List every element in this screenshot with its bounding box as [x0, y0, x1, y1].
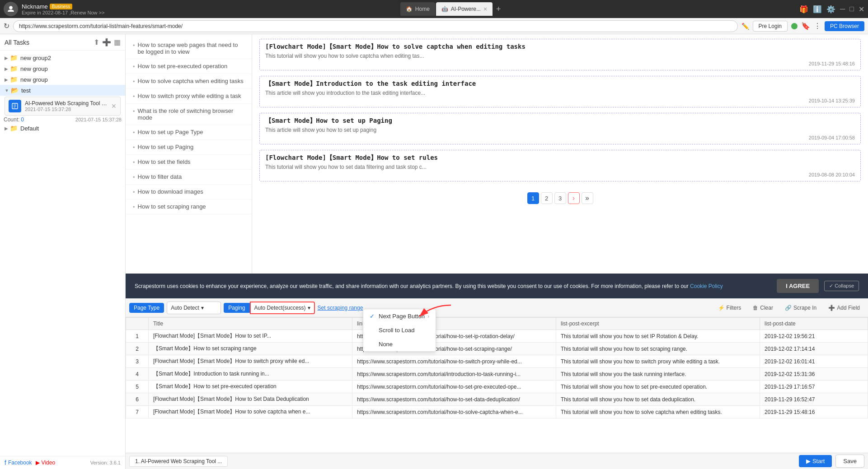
- start-button[interactable]: ▶ Start: [799, 455, 832, 467]
- tree-item-group2[interactable]: ▶ 📁 new group2: [0, 52, 125, 63]
- add-field-icon: ➕: [828, 305, 835, 311]
- edit-url-icon[interactable]: ✏️: [741, 23, 749, 30]
- cookie-policy-link[interactable]: Cookie Policy: [690, 283, 723, 289]
- folder-icon: 📁: [10, 125, 18, 132]
- agree-button[interactable]: I AGREE: [777, 279, 819, 293]
- svg-point-0: [9, 6, 13, 9]
- more-icon[interactable]: ⋮: [814, 22, 821, 30]
- page-2-button[interactable]: 2: [541, 192, 553, 204]
- tutorial-item-1[interactable]: How to set pre-executed operation: [126, 59, 252, 74]
- data-table: Title link list-post-excerpt list-post-d…: [126, 317, 868, 453]
- tutorial-nav: How to scrape web pages that need to be …: [126, 34, 252, 274]
- row-num: 1: [126, 330, 149, 343]
- expire-label[interactable]: Expire in 2022-08-17 ,Renew Now >>: [22, 10, 104, 15]
- tutorial-item-7[interactable]: How to set the fields: [126, 155, 252, 170]
- import-icon[interactable]: ⬆: [94, 38, 99, 46]
- row-date: 2019-11-29 16:52:47: [760, 393, 868, 406]
- task-close-button[interactable]: ✕: [111, 102, 117, 110]
- pre-login-button[interactable]: Pre Login: [753, 21, 788, 32]
- save-button[interactable]: Save: [835, 455, 864, 468]
- auto-detect-select[interactable]: Auto Detect ▾: [167, 302, 221, 314]
- tab-home[interactable]: 🏠 Home: [400, 2, 435, 16]
- scrape-icon: 🔗: [785, 305, 792, 311]
- row-link[interactable]: https://www.scrapestorm.com/tutorial/how…: [352, 393, 556, 406]
- tutorial-content: [Flowchart Mode]【Smart Mode】How to solve…: [252, 34, 868, 274]
- arrow-icon: ›: [427, 313, 429, 320]
- dropdown-item-none[interactable]: ✓ None: [363, 337, 436, 351]
- grid-icon[interactable]: ▦: [114, 38, 121, 46]
- scraping-toolbar: Page Type Auto Detect ▾ Paging Auto Dete…: [126, 298, 868, 317]
- video-link[interactable]: ▶ Video: [36, 460, 55, 466]
- pc-browser-button[interactable]: PC Browser: [825, 21, 864, 31]
- all-tasks-label[interactable]: All Tasks: [5, 39, 29, 46]
- tutorial-item-8[interactable]: How to filter data: [126, 170, 252, 185]
- tutorial-item-10[interactable]: How to set scraping range: [126, 200, 252, 214]
- tree-item-test[interactable]: ▼ 📂 test: [0, 85, 125, 96]
- tab-active[interactable]: 🤖 AI-Powere... ×: [436, 2, 493, 16]
- row-num: 5: [126, 381, 149, 393]
- next-page-button[interactable]: ›: [568, 192, 580, 204]
- card-desc-3: This tutorial will show you how to set d…: [265, 164, 855, 170]
- tree-item-group3[interactable]: ▶ 📁 new group: [0, 74, 125, 85]
- tutorial-item-4[interactable]: What is the role of switching browser mo…: [126, 104, 252, 125]
- scrape-in-button[interactable]: 🔗 Scrape In: [780, 303, 821, 313]
- row-link[interactable]: https://www.scrapestorm.com/tutorial/how…: [352, 355, 556, 368]
- dropdown-item-scroll[interactable]: ✓ Scroll to Load: [363, 323, 436, 337]
- minimize-icon[interactable]: ─: [840, 5, 845, 13]
- tutorial-card-0[interactable]: [Flowchart Mode]【Smart Mode】How to solve…: [259, 39, 861, 70]
- group1-label: new group: [20, 65, 48, 72]
- auto-detect-success-select[interactable]: Auto Detect(success) ▾: [250, 302, 315, 314]
- row-link[interactable]: https://www.scrapestorm.com/tutorial/how…: [352, 406, 556, 418]
- task-item[interactable]: AI-Powered Web Scraping Tool &-Scraping …: [5, 97, 121, 116]
- set-scraping-range-link[interactable]: Set scraping range: [318, 305, 363, 311]
- username: Nickname: [22, 3, 48, 10]
- title-bar: Nickname Business Expire in 2022-08-17 ,…: [0, 0, 868, 18]
- count-label: Count:: [4, 116, 19, 123]
- settings-icon[interactable]: ⚙️: [826, 5, 835, 14]
- dropdown-item-next-page[interactable]: ✓ Next Page Button ›: [363, 309, 436, 323]
- maximize-icon[interactable]: □: [849, 5, 854, 13]
- tab-add-button[interactable]: +: [493, 5, 504, 14]
- page-1-button[interactable]: 1: [527, 192, 539, 204]
- tutorial-card-2[interactable]: 【Smart Mode】How to set up Paging This ar…: [259, 113, 861, 144]
- tutorial-item-6[interactable]: How to set up Paging: [126, 140, 252, 155]
- last-page-button[interactable]: »: [582, 192, 593, 204]
- gift-icon[interactable]: 🎁: [799, 5, 808, 14]
- default-label: Default: [20, 125, 39, 132]
- tab-close-button[interactable]: ×: [483, 5, 487, 13]
- row-link[interactable]: https://www.scrapestorm.com/tutorial/int…: [352, 368, 556, 381]
- tutorial-item-2[interactable]: How to solve captcha when editing tasks: [126, 74, 252, 89]
- tutorial-card-3[interactable]: [Flowchart Mode]【Smart Mode】How to set r…: [259, 150, 861, 181]
- clear-button[interactable]: 🗑 Clear: [748, 303, 778, 313]
- tutorial-item-3[interactable]: How to switch proxy while editing a task: [126, 89, 252, 104]
- filters-button[interactable]: ⚡ Filters: [713, 303, 746, 313]
- facebook-label: Facebook: [8, 460, 32, 466]
- bookmark-icon[interactable]: 🔖: [801, 22, 810, 30]
- version-label: Version: 3.6.1: [90, 460, 121, 465]
- page-3-button[interactable]: 3: [554, 192, 566, 204]
- table-row: 5 【Smart Mode】How to set pre-executed op…: [126, 381, 868, 393]
- tutorial-item-0[interactable]: How to scrape web pages that need to be …: [126, 38, 252, 59]
- task-tab[interactable]: 1. AI-Powered Web Scraping Tool ...: [129, 456, 228, 467]
- facebook-link[interactable]: f Facebook: [5, 459, 32, 466]
- paging-button[interactable]: Paging: [224, 303, 249, 313]
- tutorial-item-5[interactable]: How to set up Page Type: [126, 125, 252, 140]
- add-icon[interactable]: ➕: [102, 38, 111, 46]
- table-row: 1 [Flowchart Mode]【Smart Mode】How to set…: [126, 330, 868, 343]
- row-link[interactable]: https://www.scrapestorm.com/tutorial/how…: [352, 381, 556, 393]
- tree-item-group1[interactable]: ▶ 📁 new group: [0, 63, 125, 74]
- add-field-button[interactable]: ➕ Add Field: [824, 303, 864, 313]
- close-icon[interactable]: ✕: [859, 5, 864, 14]
- window-icons: 🎁 ℹ️ ⚙️ ─ □ ✕: [799, 5, 864, 14]
- tutorial-item-9[interactable]: How to download images: [126, 185, 252, 200]
- col-num: [126, 318, 149, 330]
- refresh-button[interactable]: ↻: [4, 22, 9, 30]
- tutorial-card-1[interactable]: 【Smart Mode】Introduction to the task edi…: [259, 76, 861, 107]
- address-input[interactable]: [13, 20, 738, 32]
- task-title: AI-Powered Web Scraping Tool &-Scraping: [25, 100, 108, 107]
- collapse-button[interactable]: ✓ Collapse: [824, 281, 859, 291]
- arrow-icon: ▶: [5, 126, 8, 131]
- info-icon[interactable]: ℹ️: [813, 5, 822, 14]
- none-label: None: [379, 341, 393, 348]
- tree-item-default[interactable]: ▶ 📁 Default: [0, 123, 125, 134]
